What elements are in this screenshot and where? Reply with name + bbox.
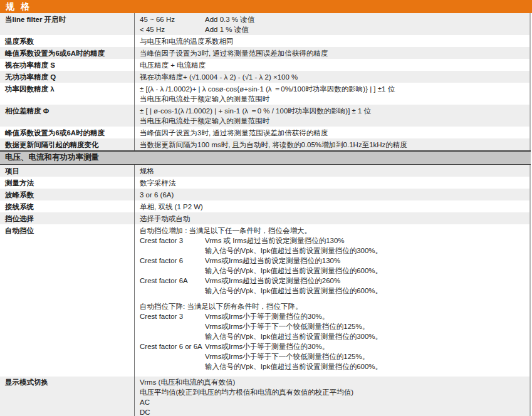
- value-text: 输入信号的Vpk、Ipk值超过当前设置测量挡位的300%。: [205, 331, 382, 341]
- table-row: 温度系数 与电压和电流的温度系数相同: [0, 35, 529, 47]
- value-line: 45 ~ 66 HzAdd 0.3 % 读值: [140, 14, 526, 24]
- spec-value: 视在功率精度+ (√1.0004 - λ 2) - (√1 - λ 2) ×10…: [135, 71, 529, 83]
- value-line: 当数据更新间隔为100 ms时, 且为自动时, 将读数的0.05%增加到0.1H…: [140, 140, 526, 150]
- value-text: Vrms或Irms小于等于测量挡位的30%。: [205, 341, 329, 351]
- spec-table-section-1: 当line filter 开启时 45 ~ 66 HzAdd 0.3 % 读值<…: [0, 13, 531, 150]
- value-text: 自动挡位下降: 当满足以下所有条件时，挡位下降。: [140, 301, 302, 311]
- value-line: Crest factor 6 or 6AVrms或Irms小于等于测量挡位的30…: [140, 341, 526, 351]
- value-text: DC: [140, 407, 150, 416]
- spec-label: 当line filter 开启时: [0, 13, 135, 35]
- value-text: Add 1 % 读值: [205, 24, 249, 34]
- spec-label: 挡位选择: [0, 212, 135, 224]
- value-line: AC: [140, 397, 526, 407]
- spec-label: 峰值系数设置为6或6A时的精度: [0, 47, 135, 59]
- value-text: 当数据更新间隔为100 ms时, 且为自动时, 将读数的0.05%增加到0.1H…: [140, 140, 407, 150]
- value-sublabel: Crest factor 6: [140, 256, 205, 266]
- value-text: 选择手动或自动: [140, 214, 190, 224]
- value-text: Vrms或Irms小于等于测量挡位的30%。: [205, 311, 329, 321]
- spec-value: ± [ | ø-cos-1(λ /1.0002) | + sin-1 (λ ＝0…: [135, 105, 529, 127]
- table-row: 无功功率精度 Q 视在功率精度+ (√1.0004 - λ 2) - (√1 -…: [0, 71, 529, 83]
- value-sublabel: [140, 321, 205, 331]
- value-line: 当峰值因子设置为3时, 通过将测量范围误差加倍获得的精度: [140, 128, 526, 138]
- spec-label: 温度系数: [0, 35, 135, 47]
- spec-label: 无功功率精度 Q: [0, 71, 135, 83]
- value-sublabel: Crest factor 3: [140, 236, 205, 246]
- value-text: Vrms (电压和电流的真有效值): [140, 377, 235, 387]
- spec-value: 自动挡位增加 : 当满足以下任一条件时，挡位会增大。Crest factor 3…: [135, 224, 529, 377]
- value-line: Crest factor 3Vrms 或 Irms超过当前设定测量挡位的130%: [140, 236, 526, 246]
- spec-value: 电压精度 + 电流精度: [135, 59, 529, 71]
- value-line: Crest factor 6AVrms或Irms超过当前设定测量挡位的260%: [140, 276, 526, 286]
- table-row: 项目 规格: [0, 165, 529, 177]
- spec-label: 自动挡位: [0, 224, 135, 377]
- value-text: Vrms或Irms小于等于下一个较低测量挡位的125%。: [205, 351, 369, 361]
- spec-value: 与电压和电流的温度系数相同: [135, 35, 529, 47]
- table-row: 测量方法 数字采样法: [0, 177, 529, 189]
- table-row: 相位差精度 Φ ± [ | ø-cos-1(λ /1.0002) | + sin…: [0, 105, 529, 127]
- value-text: 3 or 6 (6A): [140, 190, 174, 200]
- spec-label: 波峰系数: [0, 189, 135, 200]
- spec-value: 3 or 6 (6A): [135, 189, 529, 200]
- value-line: 规格: [140, 166, 526, 176]
- value-text: 电压平均值(校正到电压的均方根值和电流的真有效值的校正平均值): [140, 387, 353, 397]
- value-text: 与电压和电流的温度系数相同: [140, 36, 234, 46]
- value-text: 单相, 双线 (1 P2 W): [140, 202, 203, 212]
- value-sublabel: [140, 361, 205, 372]
- value-text: 规格: [140, 166, 154, 176]
- value-line: 当电压和电流处于额定输入的测量范围时: [140, 116, 526, 126]
- spec-value: ± [(λ - λ /1.0002)+ | λ cosø-cos{ø+sin-1…: [135, 83, 529, 105]
- spec-label: 数据更新间隔引起的精度变化: [0, 138, 135, 150]
- spec-value: 数字采样法: [135, 177, 529, 189]
- section-header-voltage-current-power: 电压、电流和有功功率测量: [0, 150, 531, 165]
- table-row: 自动挡位 自动挡位增加 : 当满足以下任一条件时，挡位会增大。Crest fac…: [0, 224, 529, 377]
- value-line: 数字采样法: [140, 178, 526, 188]
- value-text: Vrms 或 Irms超过当前设定测量挡位的130%: [205, 236, 345, 246]
- value-line: 视在功率精度+ (√1.0004 - λ 2) - (√1 - λ 2) ×10…: [140, 72, 526, 82]
- value-text: 输入信号的Vpk、Ipk值超过当前设置测量挡位的300%。: [205, 246, 382, 256]
- value-text: 输入信号的Vpk、Ipk值超过当前设置测量挡位的600%。: [205, 286, 382, 296]
- value-line: Crest factor 3Vrms或Irms小于等于测量挡位的30%。: [140, 311, 526, 321]
- value-line: Crest factor 6Vrms或Irms超过当前设定测量挡位的130%: [140, 256, 526, 266]
- value-sublabel: [140, 286, 205, 296]
- value-text: ± [ | ø-cos-1(λ /1.0002) | + sin-1 (λ ＝0…: [140, 106, 371, 116]
- value-line: 当电压和电流处于额定输入的测量范围时: [140, 94, 526, 104]
- spec-label: 测量方法: [0, 177, 135, 189]
- value-text: 当峰值因子设置为3时, 通过将测量范围误差加倍获得的精度: [140, 48, 328, 58]
- value-line: 输入信号的Vpk、Ipk值超过当前设置测量挡位的300%。: [140, 246, 526, 256]
- value-text: 当峰值因子设置为3时, 通过将测量范围误差加倍获得的精度: [140, 128, 328, 138]
- table-row: 功率因数精度 λ ± [(λ - λ /1.0002)+ | λ cosø-co…: [0, 83, 529, 105]
- table-row: 显示模式切换 Vrms (电压和电流的真有效值)电压平均值(校正到电压的均方根值…: [0, 377, 529, 416]
- spec-value: 当峰值因子设置为3时, 通过将测量范围误差加倍获得的精度: [135, 47, 529, 59]
- spec-value: 选择手动或自动: [135, 212, 529, 224]
- spec-label: 接线系统: [0, 200, 135, 212]
- value-sublabel: 45 ~ 66 Hz: [140, 14, 205, 24]
- value-text: 输入信号的Vpk、Ipk值超过当前设置测量挡位的600%。: [205, 361, 382, 372]
- spec-label: 显示模式切换: [0, 377, 135, 416]
- value-text: Add 0.3 % 读值: [205, 14, 254, 24]
- spec-label: 功率因数精度 λ: [0, 83, 135, 105]
- value-line: 当峰值因子设置为3时, 通过将测量范围误差加倍获得的精度: [140, 48, 526, 58]
- table-row: 峰值系数设置为6或6A时的精度 当峰值因子设置为3时, 通过将测量范围误差加倍获…: [0, 127, 529, 138]
- value-text: AC: [140, 397, 150, 407]
- value-text: Vrms或Irms超过当前设定测量挡位的260%: [205, 276, 340, 286]
- value-line: 自动挡位下降: 当满足以下所有条件时，挡位下降。: [140, 301, 526, 311]
- value-line: 与电压和电流的温度系数相同: [140, 36, 526, 46]
- value-text: 输入信号的Vpk、Ipk值超过当前设置测量挡位的600%。: [205, 266, 382, 276]
- value-sublabel: [140, 331, 205, 341]
- value-line: 电压平均值(校正到电压的均方根值和电流的真有效值的校正平均值): [140, 387, 526, 397]
- table-row: 峰值系数设置为6或6A时的精度 当峰值因子设置为3时, 通过将测量范围误差加倍获…: [0, 47, 529, 59]
- value-line: 输入信号的Vpk、Ipk值超过当前设置测量挡位的600%。: [140, 266, 526, 276]
- spec-value: 规格: [135, 165, 529, 177]
- table-row: 当line filter 开启时 45 ~ 66 HzAdd 0.3 % 读值<…: [0, 13, 529, 35]
- spec-label: 峰值系数设置为6或6A时的精度: [0, 127, 135, 138]
- value-text: Vrms或Irms超过当前设定测量挡位的130%: [205, 256, 340, 266]
- value-sublabel: [140, 351, 205, 361]
- value-line: Vrms (电压和电流的真有效值): [140, 377, 526, 387]
- value-line: ± [ | ø-cos-1(λ /1.0002) | + sin-1 (λ ＝0…: [140, 106, 526, 116]
- value-sublabel: Crest factor 6A: [140, 276, 205, 286]
- line-spacer: [140, 296, 526, 301]
- value-text: 当电压和电流处于额定输入的测量范围时: [140, 94, 269, 104]
- table-row: 数据更新间隔引起的精度变化 当数据更新间隔为100 ms时, 且为自动时, 将读…: [0, 138, 529, 150]
- table-row: 视在功率精度 S 电压精度 + 电流精度: [0, 59, 529, 71]
- spec-value: 单相, 双线 (1 P2 W): [135, 200, 529, 212]
